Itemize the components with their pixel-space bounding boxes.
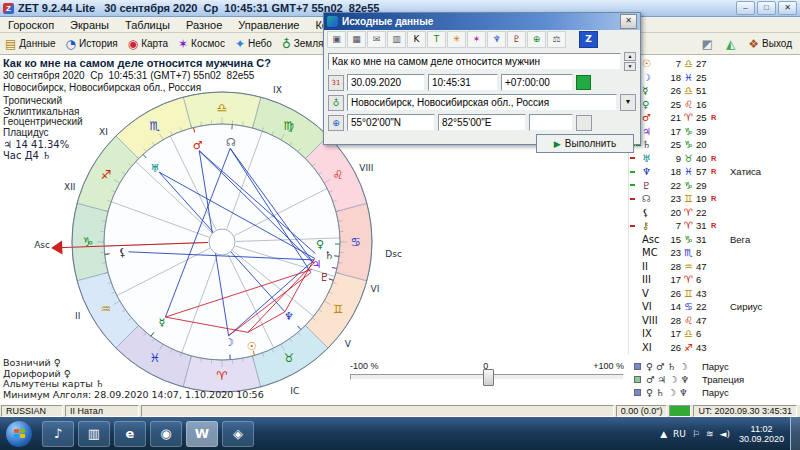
aspect-marker [630,333,635,335]
timezone-input[interactable] [501,74,573,91]
dialog-tool-icon[interactable]: T [427,31,446,48]
position-degrees: 26 [666,85,681,96]
dialog-tool-icon[interactable]: ▥ [387,31,406,48]
taskbar-app-button[interactable]: ▥ [78,421,110,447]
dialog-tool-icon[interactable]: ✉ [367,31,386,48]
calendar-icon[interactable]: 31 [328,75,344,91]
tray-icon[interactable]: ⚐ [692,429,700,439]
position-degrees: 26 [666,342,681,353]
dialog-tool-icon[interactable]: ♆ [487,31,506,48]
close-button[interactable]: ✕ [778,1,797,15]
dialog-close-icon[interactable]: ✕ [620,14,637,29]
latitude-input[interactable] [347,114,435,131]
planet-glyph: ♅ [642,153,666,164]
date-input[interactable] [347,74,425,91]
planet-row: VI 14 ♋ 22 Сириус [630,300,800,314]
tray-icon[interactable]: ≋ [706,429,714,439]
dialog-tool-icon[interactable]: ⚖ [547,31,566,48]
current-time-button[interactable] [576,75,591,90]
taskbar-app-button[interactable]: W [186,421,218,447]
svg-text:♋: ♋ [351,235,362,249]
tray-icon[interactable]: ◄) [720,429,730,439]
position-degrees: 21 [666,112,681,123]
time-offset-slider: -100 % 0 +100 % [350,361,624,389]
execute-button[interactable]: ▶ Выполнить [536,134,634,153]
dialog-tool-icon[interactable]: ✳ [447,31,466,48]
taskbar-app-button[interactable]: e [114,421,146,447]
place-dropdown-icon[interactable]: ▼ [620,94,636,111]
exit-door-icon: ❖ [748,37,759,51]
show-desktop-button[interactable] [790,417,800,450]
dialog-tool-icon[interactable]: ▦ [347,31,366,48]
configuration-row: ♀ ♄ ☽ ♆ Парус [634,386,798,399]
svg-text:VI: VI [371,284,380,294]
globe-icon[interactable]: ♁ [328,95,344,111]
svg-text:☽: ☽ [224,336,234,349]
planet-row: ⚷ 7 ♈ 31 R [630,219,800,233]
maximize-button[interactable]: □ [757,1,776,15]
taskbar-app-button[interactable]: ◈ [222,421,254,447]
toolbar-button[interactable]: ✦ Небо [230,34,277,54]
position-minutes: 47 [696,261,711,272]
tray-icon[interactable]: ▲ [660,429,667,439]
spin-up-icon[interactable]: ▲ [624,52,636,61]
taskbar-app-button[interactable]: ♪ [42,421,74,447]
planet-glyph: IX [642,328,666,339]
position-degrees: 28 [666,261,681,272]
menu-item[interactable]: Экраны [62,19,117,31]
menu-item[interactable]: Таблицы [117,19,178,31]
menu-item[interactable]: Разное [178,19,230,31]
altitude-input[interactable] [529,114,573,131]
dialog-tool-icon[interactable]: ⊕ [527,31,546,48]
event-name-input[interactable] [328,53,621,70]
configuration-icon [634,376,641,383]
coord-extra-button[interactable] [576,115,592,131]
place-input[interactable] [347,94,617,111]
toolbar-button[interactable]: ▤ Данные [0,34,60,54]
toolbar-icon-button[interactable]: ◩ [697,34,721,54]
planet-glyph: ⚷ [642,220,666,231]
tray-icon[interactable]: RU [673,429,686,439]
svg-text:V: V [345,339,352,349]
dialog-tool-icon[interactable]: ♇ [507,31,526,48]
menu-item[interactable]: Управление [230,19,307,31]
toolbar-button[interactable]: ◔ История [60,34,122,54]
minimize-button[interactable]: – [736,1,755,15]
dialog-tool-icon[interactable]: ✶ [467,31,486,48]
aspect-marker [630,238,635,240]
position-degrees: 25 [666,139,681,150]
toolbar-button[interactable]: ♁ Земля [277,34,329,54]
longitude-input[interactable] [438,114,526,131]
planet-glyph: III [642,274,666,285]
coordinates-row: ⊕ [328,114,636,131]
retrograde-flag: R [711,154,718,163]
spin-down-icon[interactable]: ▼ [624,62,636,71]
toolbar-icon-button[interactable]: ◭ [721,34,743,54]
chart-datetime: 30 сентября 2020 Ср 10:45:31 (GMT+7) 55n… [3,70,254,81]
position-degrees: 14 [666,301,681,312]
slider-thumb[interactable] [483,369,494,386]
slider-track[interactable] [350,374,624,380]
timezone-tool-icon[interactable]: Z [579,31,598,48]
dialog-tool-icon[interactable]: ▣ [327,31,346,48]
chart-type-indicator: II Натал [65,405,139,417]
menu-item[interactable]: Гороскоп [0,19,62,31]
dialog-tool-icon[interactable]: K [407,31,426,48]
toolbar-button[interactable]: ✶ Космос [173,34,230,54]
time-input[interactable] [428,74,498,91]
svg-text:♏: ♏ [150,119,161,133]
svg-text:♉: ♉ [284,351,295,365]
taskbar-app-button[interactable]: ◉ [150,421,182,447]
aspect-marker [636,292,641,294]
coordinates-icon[interactable]: ⊕ [328,115,344,131]
taskbar-clock[interactable]: 11:02 30.09.2020 [739,424,784,444]
toolbar-right-group: ◩◭ ❖ Выход [697,33,797,54]
toolbar-button[interactable]: ◉ Карта [123,34,173,54]
aspect-marker [630,211,635,213]
position-degrees: 23 [666,193,681,204]
sign-glyph: ♌ [682,315,695,326]
fixed-star-name: Вега [718,234,800,245]
exit-button[interactable]: ❖ Выход [743,34,797,54]
position-minutes: 20 [696,139,711,150]
start-button[interactable] [6,421,32,447]
